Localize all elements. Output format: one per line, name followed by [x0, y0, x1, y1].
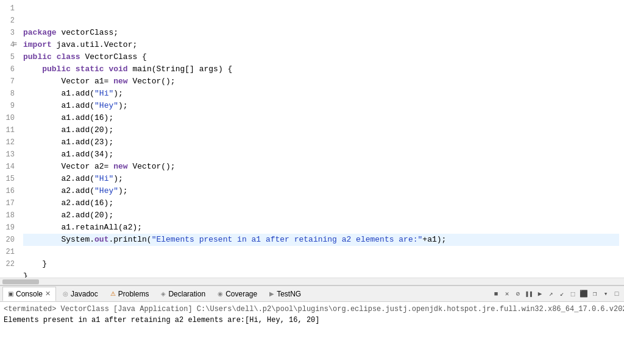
line-number-5: 5 [2, 51, 15, 63]
line-number-6: 6 [2, 63, 15, 75]
javadoc-tab-icon: ◎ [63, 290, 68, 297]
testng-tab-label: TestNG [277, 290, 301, 298]
code-line-4: public static void main(String[] args) { [23, 63, 619, 75]
problems-tab-icon: ⚠ [110, 290, 116, 297]
console-output[interactable]: <terminated> VectorClass [Java Applicati… [0, 302, 624, 364]
suspend-btn[interactable]: ❚❚ [524, 289, 534, 299]
minimize-btn[interactable]: □ [612, 289, 622, 299]
declaration-tab-icon: ◈ [161, 290, 166, 297]
javadoc-tab-label: Javadoc [71, 290, 98, 298]
line-number-21: 21 [2, 246, 15, 258]
code-line-10: a1.add(23); [23, 136, 619, 149]
line-number-12: 12 [2, 136, 15, 149]
line-number-22: 22 [2, 258, 15, 270]
view-menu-btn[interactable]: ▾ [601, 289, 611, 299]
code-line-2: import java.util.Vector; [23, 39, 619, 51]
tab-testng[interactable]: ▶TestNG [264, 287, 307, 301]
line-number-14: 14 [2, 161, 15, 173]
stop-btn[interactable]: ■ [491, 289, 501, 299]
console-tab-label: Console [16, 290, 43, 298]
bottom-panel: ▣Console✕◎Javadoc⚠Problems◈Declaration◉C… [0, 285, 624, 364]
line-number-13: 13 [2, 149, 15, 161]
code-line-16: a2.add(20); [23, 209, 619, 222]
terminate-btn[interactable]: ✕ [502, 289, 512, 299]
tab-problems[interactable]: ⚠Problems [105, 287, 155, 301]
code-line-17: a1.retainAll(a2); [23, 222, 619, 234]
line-number-11: 11 [2, 124, 15, 136]
code-line-8: a1.add(16); [23, 112, 619, 124]
console-tab-icon: ▣ [8, 290, 13, 297]
line-number-17: 17 [2, 197, 15, 209]
line-number-15: 15 [2, 173, 15, 185]
code-line-19 [23, 246, 619, 258]
console-result-line: Elements present in a1 after retaining a… [4, 315, 620, 326]
line-number-8: 8 [2, 88, 15, 100]
line-number-19: 19 [2, 222, 15, 234]
code-line-7: a1.add("Hey"); [23, 100, 619, 112]
remove-all-btn[interactable]: ⊘ [513, 289, 523, 299]
code-line-6: a1.add("Hi"); [23, 88, 619, 100]
scroll-end-btn[interactable]: ↙ [557, 289, 567, 299]
scroll-lock-btn[interactable]: ↗ [546, 289, 556, 299]
tab-declaration[interactable]: ◈Declaration [155, 287, 211, 301]
problems-tab-label: Problems [118, 290, 149, 298]
line-numbers: 12345678910111213141516171819202122 [0, 0, 18, 278]
console-tab-bar: ▣Console✕◎Javadoc⚠Problems◈Declaration◉C… [0, 286, 624, 302]
word-wrap-btn[interactable]: ⬚ [568, 289, 578, 299]
code-line-1: package vectorClass; [23, 27, 619, 39]
declaration-tab-label: Declaration [168, 290, 205, 298]
code-line-21: } [23, 270, 619, 278]
code-line-13: a2.add("Hi"); [23, 173, 619, 185]
code-line-12: Vector a2= new Vector(); [23, 161, 619, 173]
code-content[interactable]: package vectorClass;import java.util.Vec… [18, 0, 624, 278]
scrollbar-thumb[interactable] [2, 279, 39, 284]
resume-btn[interactable]: ▶ [535, 289, 545, 299]
code-line-5: Vector a1= new Vector(); [23, 75, 619, 88]
code-line-11: a1.add(34); [23, 149, 619, 161]
horizontal-scrollbar[interactable] [0, 278, 624, 285]
code-line-18: System.out.println("Elements present in … [23, 234, 619, 246]
code-line-3: public class VectorClass { [23, 51, 619, 63]
code-line-9: a1.add(20); [23, 124, 619, 136]
tab-coverage[interactable]: ◉Coverage [212, 287, 263, 301]
code-line-15: a2.add(16); [23, 197, 619, 209]
new-console-btn[interactable]: ⬛ [579, 289, 589, 299]
line-number-20: 20 [2, 234, 15, 246]
line-number-3: 3 [2, 27, 15, 39]
line-number-7: 7 [2, 75, 15, 88]
line-number-16: 16 [2, 185, 15, 197]
console-close-btn[interactable]: ✕ [45, 290, 51, 298]
line-number-18: 18 [2, 209, 15, 222]
code-line-20: } [23, 258, 619, 270]
code-editor: 12345678910111213141516171819202122 pack… [0, 0, 624, 285]
testng-tab-icon: ▶ [269, 290, 274, 297]
coverage-tab-label: Coverage [225, 290, 257, 298]
line-number-4: 4 [2, 39, 15, 51]
coverage-tab-icon: ◉ [218, 290, 223, 297]
pin-btn[interactable]: ❐ [590, 289, 600, 299]
console-terminated-line: <terminated> VectorClass [Java Applicati… [4, 304, 620, 315]
line-number-10: 10 [2, 112, 15, 124]
tab-javadoc[interactable]: ◎Javadoc [57, 287, 104, 301]
line-number-2: 2 [2, 15, 15, 27]
tab-console[interactable]: ▣Console✕ [2, 287, 56, 301]
tab-toolbar: ■✕⊘❚❚▶↗↙⬚⬛❐▾□ [491, 289, 622, 299]
code-line-14: a2.add("Hey"); [23, 185, 619, 197]
line-number-9: 9 [2, 100, 15, 112]
line-number-1: 1 [2, 2, 15, 15]
